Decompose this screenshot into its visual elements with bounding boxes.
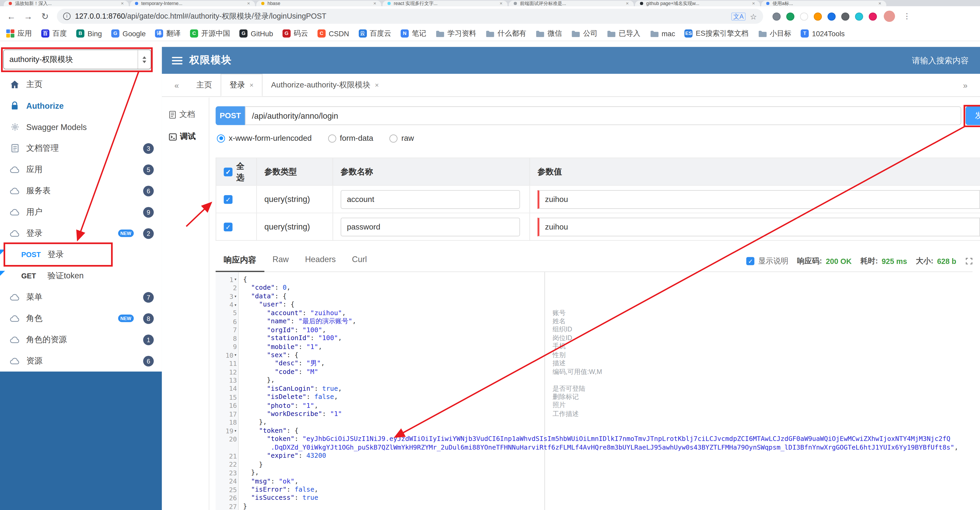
extension-icon[interactable] xyxy=(800,12,808,20)
browser-tab[interactable]: 使用a标...× xyxy=(761,0,886,6)
site-info-icon[interactable]: i xyxy=(63,13,71,20)
param-name-input[interactable] xyxy=(340,217,520,236)
bookmark-item[interactable]: 公司 xyxy=(571,29,598,38)
browser-tab[interactable]: 前端面试评分标准是...× xyxy=(509,0,633,6)
row-checkbox[interactable]: ✓ xyxy=(224,222,232,231)
sidebar-item[interactable]: 登录NEW2 xyxy=(0,223,162,244)
sidebar-api-get[interactable]: GET验证token xyxy=(0,265,162,287)
browser-menu-icon[interactable]: ⋮ xyxy=(902,12,912,21)
tab-close-icon[interactable]: × xyxy=(626,0,629,6)
content-tab[interactable]: Authorize-authority-权限模块× xyxy=(262,74,388,96)
bookmark-item[interactable]: T1024Tools xyxy=(801,29,845,38)
bookmark-item[interactable]: ESES搜索引擎文档 xyxy=(684,29,749,38)
sidebar-item[interactable]: 菜单7 xyxy=(0,287,162,308)
extension-icon[interactable] xyxy=(869,12,877,20)
bookmark-item[interactable]: 译翻译 xyxy=(155,29,181,38)
close-tab-icon[interactable]: × xyxy=(375,81,379,89)
doc-nav-debug[interactable]: 调试 xyxy=(162,126,209,148)
response-tab[interactable]: Headers xyxy=(297,250,344,271)
browser-tab[interactable]: hbase× xyxy=(256,0,381,6)
translate-icon[interactable]: 文A xyxy=(731,12,745,20)
tab-close-icon[interactable]: × xyxy=(878,0,881,6)
sidebar-item[interactable]: 用户9 xyxy=(0,201,162,223)
select-all-checkbox[interactable]: ✓ xyxy=(224,167,232,176)
tab-close-icon[interactable]: × xyxy=(752,0,755,6)
extension-icon[interactable] xyxy=(827,12,836,20)
bookmark-item[interactable]: 已导入 xyxy=(607,29,640,38)
content-tab[interactable]: 登录× xyxy=(221,74,262,96)
sidebar-item[interactable]: 文档管理3 xyxy=(0,138,162,159)
content-type-option[interactable]: raw xyxy=(390,134,414,143)
bookmark-item[interactable]: mac xyxy=(650,30,675,37)
param-value-input[interactable] xyxy=(538,217,980,236)
fold-icon[interactable]: ▾ xyxy=(234,428,237,434)
sidebar-item[interactable]: 应用5 xyxy=(0,159,162,180)
reload-icon[interactable]: ↻ xyxy=(40,11,50,21)
url-bar[interactable]: i 127.0.0.1:8760/api/gate/doc.html#/auth… xyxy=(57,9,763,24)
response-tab[interactable]: Curl xyxy=(344,250,375,271)
response-tab[interactable]: 响应内容 xyxy=(216,250,264,272)
bookmark-item[interactable]: C开源中国 xyxy=(190,29,230,38)
browser-tab[interactable]: react 实现多行文字...× xyxy=(382,0,508,6)
bookmark-item[interactable]: 应用 xyxy=(6,29,32,38)
response-tab[interactable]: Raw xyxy=(264,250,297,271)
menu-icon[interactable] xyxy=(172,57,182,64)
extension-icon[interactable] xyxy=(814,12,822,20)
fold-icon[interactable]: ▾ xyxy=(234,293,237,299)
bookmark-item[interactable]: GGitHub xyxy=(239,29,273,38)
bookmark-item[interactable]: 学习资料 xyxy=(436,29,476,38)
param-value-input[interactable] xyxy=(538,190,980,209)
fold-icon[interactable]: ▾ xyxy=(234,302,237,307)
sidebar-item[interactable]: 主页 xyxy=(0,74,162,95)
bookmark-item[interactable]: 百百度 xyxy=(41,29,67,38)
extension-icon[interactable] xyxy=(786,12,794,20)
bookmark-star-icon[interactable]: ☆ xyxy=(750,11,757,21)
content-tab[interactable]: 主页 xyxy=(188,74,221,96)
bookmark-item[interactable]: N笔记 xyxy=(401,29,426,38)
fullscreen-icon[interactable] xyxy=(966,258,972,265)
sidebar-item[interactable]: 服务表6 xyxy=(0,180,162,201)
sidebar-item[interactable]: Authorize xyxy=(0,95,162,116)
sidebar-item[interactable]: Swagger Models xyxy=(0,116,162,138)
browser-tab[interactable]: 温故知新！深入...× xyxy=(4,0,129,6)
tab-close-icon[interactable]: × xyxy=(500,0,503,6)
forward-icon[interactable]: → xyxy=(23,11,33,21)
browser-tab[interactable]: temporary-Interne...× xyxy=(130,0,255,6)
extension-icon[interactable] xyxy=(772,12,781,20)
collapse-tabs-icon[interactable]: « xyxy=(168,80,185,90)
bookmark-item[interactable]: CCSDN xyxy=(318,29,349,38)
endpoint-path-input[interactable]: /api/authority/anno/login xyxy=(245,106,961,125)
bookmark-item[interactable]: 小目标 xyxy=(758,29,791,38)
bookmark-item[interactable]: G码云 xyxy=(282,29,308,38)
close-tab-icon[interactable]: × xyxy=(250,81,253,89)
row-checkbox[interactable]: ✓ xyxy=(224,195,232,204)
extension-icon[interactable] xyxy=(841,12,849,20)
bookmark-item[interactable]: GGoogle xyxy=(111,29,146,38)
more-tabs-icon[interactable]: » xyxy=(957,80,974,90)
bookmark-item[interactable]: 云百度云 xyxy=(358,29,391,38)
profile-avatar[interactable] xyxy=(884,11,895,22)
extension-icon[interactable] xyxy=(855,12,863,20)
module-select[interactable]: authority-权限模块 xyxy=(3,49,151,69)
sidebar-item[interactable]: 角色NEW8 xyxy=(0,308,162,329)
content-type-option[interactable]: x-www-form-urlencoded xyxy=(217,134,312,143)
sidebar-item[interactable]: 资源6 xyxy=(0,350,162,371)
show-description-checkbox[interactable]: ✓ xyxy=(746,257,754,265)
sidebar-item[interactable]: 角色的资源1 xyxy=(0,329,162,350)
back-icon[interactable]: ← xyxy=(6,11,16,21)
header-search-input[interactable] xyxy=(883,55,970,66)
send-button[interactable]: 发送 xyxy=(966,106,980,125)
tab-close-icon[interactable]: × xyxy=(247,0,250,6)
doc-nav-doc[interactable]: 文档 xyxy=(162,104,209,126)
fold-icon[interactable]: ▾ xyxy=(234,277,237,282)
content-type-option[interactable]: form-data xyxy=(328,134,373,143)
tab-close-icon[interactable]: × xyxy=(373,0,376,6)
tab-close-icon[interactable]: × xyxy=(121,0,124,6)
fold-icon[interactable]: ▾ xyxy=(234,352,237,358)
browser-tab[interactable]: github page+域名实现w...× xyxy=(635,0,760,6)
param-name-input[interactable] xyxy=(340,190,520,209)
bookmark-item[interactable]: 微信 xyxy=(536,29,562,38)
bookmark-item[interactable]: BBing xyxy=(76,29,102,38)
bookmark-item[interactable]: 什么都有 xyxy=(485,29,526,38)
sidebar-api-post[interactable]: POST登录 xyxy=(0,244,162,265)
